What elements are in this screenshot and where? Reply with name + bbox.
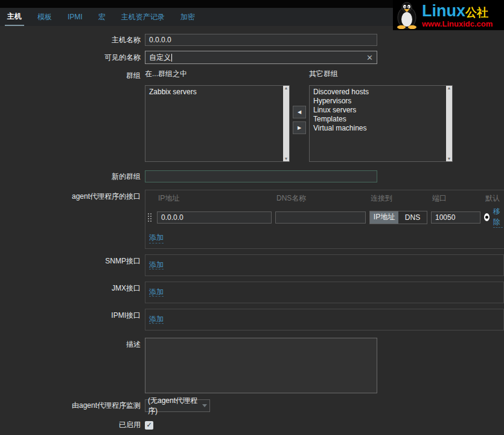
in-groups-scrollbar[interactable]: ▲▼: [283, 86, 289, 161]
col-header-connect-to: 连接到: [369, 193, 427, 204]
enabled-label: 已启用: [0, 420, 145, 430]
remove-interface-link[interactable]: 移除: [493, 207, 503, 228]
tab-templates[interactable]: 模板: [35, 8, 54, 26]
tab-ipmi[interactable]: IPMI: [65, 8, 85, 26]
agent-interfaces-label: agent代理程序的接口: [0, 190, 145, 202]
other-groups-listbox[interactable]: Discovered hosts Hypervisors Linux serve…: [309, 85, 453, 162]
new-group-label: 新的群组: [0, 172, 145, 182]
col-header-port: 端口: [431, 193, 480, 204]
description-textarea[interactable]: [145, 338, 377, 393]
ipmi-interfaces-box: 添加: [145, 309, 504, 330]
add-jmx-interface-link[interactable]: 添加: [149, 288, 164, 297]
proxy-select[interactable]: (无agent代理程序): [145, 399, 210, 412]
linuxidc-logo: Linux公社 www.Linuxidc.com: [393, 0, 504, 30]
list-item[interactable]: Linux servers: [313, 106, 444, 115]
host-name-input[interactable]: [145, 34, 377, 46]
tab-host-inventory[interactable]: 主机资产记录: [119, 8, 167, 26]
snmp-interfaces-label: SNMP接口: [0, 254, 145, 266]
scroll-down-icon[interactable]: ▼: [284, 156, 289, 161]
text-cursor: [171, 54, 172, 62]
groups-dual-list: 在...群组之中 Zabbix servers ▲▼ ◀ ▶ 其它群组 Disc…: [145, 69, 453, 162]
other-groups-header: 其它群组: [309, 69, 453, 77]
chevron-down-icon: [202, 404, 207, 407]
agent-interfaces-box: IP地址 DNS名称 连接到 端口 默认 IP地址 DNS 移除: [145, 190, 504, 249]
scroll-down-icon[interactable]: ▼: [447, 156, 451, 161]
clear-icon[interactable]: ✕: [366, 54, 373, 62]
drag-handle-icon[interactable]: [147, 212, 152, 223]
interface-port-input[interactable]: [431, 211, 480, 224]
logo-brand-suffix: 公社: [465, 6, 488, 19]
logo-brand-text: Linux: [422, 2, 465, 20]
proxy-selected-value: (无agent代理程序): [148, 396, 202, 416]
connect-to-dns-option[interactable]: DNS: [398, 211, 427, 224]
list-item[interactable]: Templates: [313, 115, 444, 124]
enabled-checkbox[interactable]: ✓: [145, 421, 153, 430]
scroll-up-icon[interactable]: ▲: [447, 86, 451, 91]
connect-to-toggle: IP地址 DNS: [369, 211, 427, 224]
add-agent-interface-link[interactable]: 添加: [149, 233, 164, 243]
list-item[interactable]: Discovered hosts: [313, 88, 444, 97]
jmx-interfaces-label: JMX接口: [0, 282, 145, 294]
visible-name-value: 自定义: [149, 53, 171, 63]
add-snmp-interface-link[interactable]: 添加: [149, 260, 164, 269]
list-item[interactable]: Virtual machines: [313, 124, 444, 133]
col-header-ip: IP地址: [157, 193, 272, 204]
host-form: 主机名称 可见的名称 自定义 ✕ 群组 在...群组之中 Zabbix serv…: [0, 26, 504, 435]
snmp-interfaces-box: 添加: [145, 254, 504, 276]
list-item[interactable]: Zabbix servers: [149, 88, 281, 97]
visible-name-label: 可见的名称: [0, 53, 145, 63]
logo-site-url: www.Linuxidc.com: [422, 20, 493, 28]
description-label: 描述: [0, 338, 145, 350]
connect-to-ip-option[interactable]: IP地址: [370, 211, 398, 224]
tab-host[interactable]: 主机: [5, 8, 24, 26]
move-right-button[interactable]: ▶: [293, 121, 306, 134]
visible-name-input[interactable]: 自定义 ✕: [145, 51, 377, 64]
groups-label: 群组: [0, 69, 145, 81]
agent-interface-row: IP地址 DNS 移除: [147, 207, 503, 228]
tux-penguin-icon: [394, 1, 421, 29]
add-ipmi-interface-link[interactable]: 添加: [149, 315, 164, 324]
ipmi-interfaces-label: IPMI接口: [0, 309, 145, 321]
move-left-button[interactable]: ◀: [293, 106, 306, 118]
other-groups-scrollbar[interactable]: ▲▼: [446, 86, 452, 161]
scroll-up-icon[interactable]: ▲: [284, 86, 289, 91]
host-name-label: 主机名称: [0, 35, 145, 45]
new-group-input[interactable]: [145, 170, 377, 182]
list-item[interactable]: Hypervisors: [313, 97, 444, 106]
proxy-label: 由agent代理程序监测: [0, 401, 145, 411]
col-header-default: 默认: [484, 193, 503, 204]
jmx-interfaces-box: 添加: [145, 282, 504, 303]
interface-dns-input[interactable]: [275, 211, 366, 224]
tab-encryption[interactable]: 加密: [178, 8, 197, 26]
in-groups-listbox[interactable]: Zabbix servers ▲▼: [145, 85, 290, 162]
interface-ip-input[interactable]: [157, 211, 272, 224]
default-radio[interactable]: [484, 213, 490, 221]
col-header-dns: DNS名称: [275, 193, 366, 204]
tab-macros[interactable]: 宏: [96, 8, 108, 26]
in-groups-header: 在...群组之中: [145, 69, 290, 77]
